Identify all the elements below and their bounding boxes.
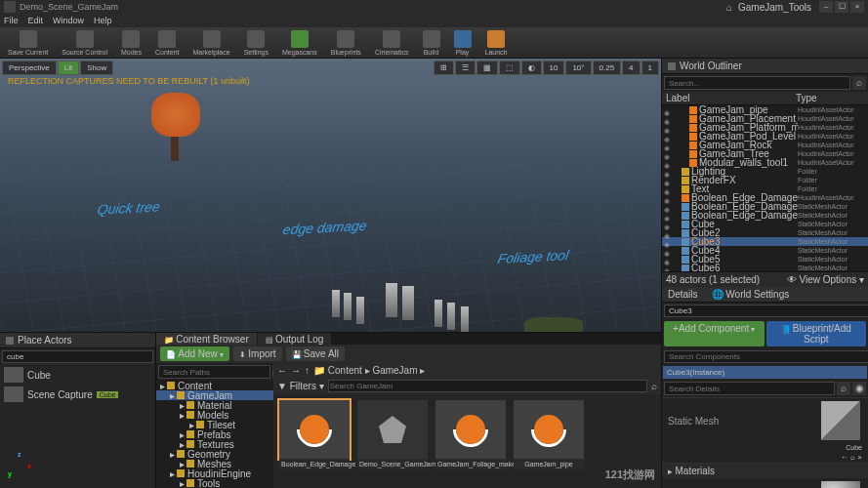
launch-button[interactable]: Launch: [481, 29, 512, 57]
folder-node[interactable]: ▸Prefabs: [156, 429, 273, 439]
mesh-thumbnail[interactable]: [821, 401, 860, 440]
outliner-row[interactable]: Cube6StaticMeshActor: [662, 264, 868, 271]
save-all-button[interactable]: 💾 Save All: [286, 346, 345, 361]
search-assets[interactable]: [328, 380, 647, 392]
search-paths[interactable]: [158, 365, 270, 379]
search-details[interactable]: [664, 382, 835, 395]
folder-node[interactable]: ▸Models: [156, 410, 273, 420]
megascans-button[interactable]: Megascans: [278, 29, 321, 57]
vp-show[interactable]: Show: [80, 61, 113, 75]
search-icon[interactable]: ⌕: [651, 381, 657, 391]
folder-node[interactable]: ▸Content: [156, 381, 273, 390]
content-button[interactable]: Content: [151, 29, 184, 57]
folder-node[interactable]: ▸Meshes: [156, 459, 273, 468]
outliner-search[interactable]: [664, 76, 850, 90]
menu-file[interactable]: File: [4, 16, 19, 25]
materials-header[interactable]: ▸ Materials: [662, 464, 868, 478]
vp-tool[interactable]: ⊞: [434, 61, 454, 75]
visibility-icon[interactable]: [664, 247, 672, 255]
visibility-icon[interactable]: [664, 264, 672, 272]
vp-tool[interactable]: 1: [641, 61, 659, 75]
view-options[interactable]: 👁 View Options ▾: [787, 274, 864, 285]
visibility-icon[interactable]: [664, 229, 672, 237]
vp-tool[interactable]: 10: [543, 61, 565, 75]
nav-fwd[interactable]: →: [291, 365, 301, 376]
settings-button[interactable]: Settings: [240, 29, 272, 57]
home-icon[interactable]: ⌂: [726, 2, 732, 13]
search-icon[interactable]: ⌕: [852, 76, 866, 90]
visibility-icon[interactable]: [664, 238, 672, 246]
cinematics-button[interactable]: Cinematics: [371, 29, 413, 57]
vp-tool[interactable]: ☰: [455, 61, 475, 75]
folder-node[interactable]: ▸Tileset: [156, 420, 273, 429]
breadcrumb[interactable]: 📁 Content ▸ GameJam ▸: [313, 365, 425, 376]
material-thumbnail[interactable]: [821, 481, 860, 488]
visibility-icon[interactable]: [664, 142, 672, 149]
folder-node[interactable]: ▸Material: [156, 400, 273, 410]
import-button[interactable]: ⬇ Import: [233, 346, 282, 361]
pillar-object[interactable]: [386, 283, 397, 317]
minimize-button[interactable]: –: [819, 1, 833, 13]
play-button[interactable]: Play: [450, 29, 475, 57]
search-icon[interactable]: ⌕: [837, 382, 850, 395]
save-current-button[interactable]: Save Current: [4, 29, 52, 57]
close-button[interactable]: ×: [850, 1, 864, 13]
build-button[interactable]: Build: [419, 29, 444, 57]
visibility-icon[interactable]: [664, 221, 672, 228]
filters-button[interactable]: ▼ Filters ▾: [277, 381, 324, 391]
add-new-button[interactable]: 📄 Add New ▾: [160, 346, 229, 361]
visibility-icon[interactable]: [664, 168, 672, 176]
pillar-object[interactable]: [434, 300, 442, 327]
col-label[interactable]: Label: [666, 93, 796, 103]
world-settings-tab[interactable]: 🌐 World Settings: [712, 289, 790, 300]
search-components[interactable]: [664, 350, 868, 363]
visibility-icon[interactable]: [664, 256, 672, 264]
folder-node[interactable]: ▸HoudiniEngine: [156, 468, 273, 478]
menu-window[interactable]: Window: [53, 16, 84, 25]
nav-back[interactable]: ←: [277, 365, 287, 376]
place-actor-item[interactable]: Scene CaptureCube: [0, 385, 155, 404]
tree-object[interactable]: [146, 93, 205, 161]
folder-node[interactable]: ▸Tools: [156, 478, 273, 488]
visibility-icon[interactable]: [664, 150, 672, 158]
visibility-icon[interactable]: [664, 212, 672, 220]
pillar-object[interactable]: [356, 297, 364, 324]
visibility-icon[interactable]: [664, 194, 672, 202]
col-type[interactable]: Type: [796, 93, 864, 103]
asset-item[interactable]: GameJam_pipe: [514, 400, 584, 488]
vp-tool[interactable]: ◐: [521, 61, 542, 75]
menu-edit[interactable]: Edit: [28, 16, 44, 25]
place-actors-search[interactable]: [2, 350, 153, 363]
vp-tool[interactable]: 0.25: [593, 61, 622, 75]
folder-node[interactable]: ▸GameJam: [156, 390, 273, 400]
add-component-button[interactable]: +Add Component ▾: [664, 321, 765, 346]
blueprints-button[interactable]: Blueprints: [327, 29, 365, 57]
modes-button[interactable]: Modes: [117, 29, 145, 57]
vp-tool[interactable]: 10°: [565, 61, 591, 75]
visibility-icon[interactable]: [664, 124, 672, 132]
add-script-button[interactable]: 📘 Blueprint/Add Script: [766, 321, 867, 346]
pillar-object[interactable]: [344, 293, 351, 320]
details-tab[interactable]: Details: [668, 289, 698, 300]
menu-help[interactable]: Help: [94, 16, 112, 25]
output-log-tab[interactable]: ▤ Output Log: [258, 333, 332, 345]
folder-node[interactable]: ▸Textures: [156, 439, 273, 449]
asset-item[interactable]: Demo_Scene_GameJam: [357, 400, 428, 488]
asset-item[interactable]: Boolean_Edge_Damage: [279, 400, 350, 488]
asset-item[interactable]: GameJam_Foliage_maker: [435, 400, 506, 488]
vp-tool[interactable]: 4: [622, 61, 640, 75]
visibility-icon[interactable]: [664, 203, 672, 211]
vp-tool[interactable]: ▦: [476, 61, 498, 75]
visibility-icon[interactable]: [664, 185, 672, 193]
folder-node[interactable]: ▸Geometry: [156, 449, 273, 459]
place-actor-item[interactable]: Cube: [0, 365, 155, 385]
component-instance[interactable]: Cube3(Instance): [663, 366, 867, 379]
visibility-icon[interactable]: [664, 177, 672, 184]
visibility-icon[interactable]: [664, 133, 672, 141]
marketplace-button[interactable]: Marketplace: [189, 29, 234, 57]
filter-icon[interactable]: ◉: [852, 382, 866, 395]
pillar-object[interactable]: [332, 290, 340, 317]
vp-tool[interactable]: ⬚: [499, 61, 520, 75]
vp-perspective[interactable]: Perspective: [2, 61, 57, 75]
pillar-object[interactable]: [447, 303, 455, 330]
